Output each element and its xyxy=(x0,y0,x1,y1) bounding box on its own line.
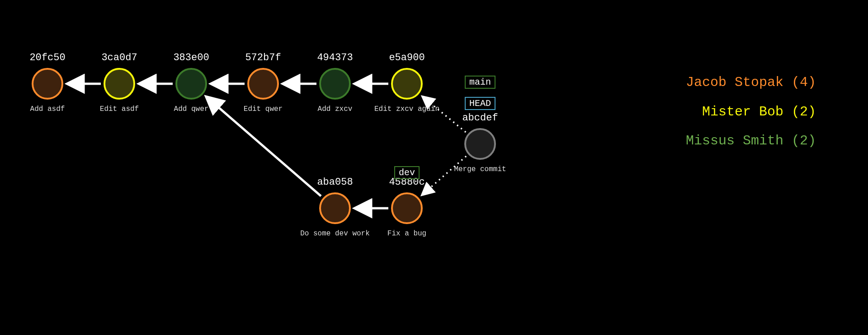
commit-message: Add qwer xyxy=(174,105,209,113)
edges-layer xyxy=(0,0,868,335)
commit-node-3ca0d7 xyxy=(104,68,135,100)
commit-message: Add zxcv xyxy=(318,105,353,113)
commit-node-e5a900 xyxy=(391,68,423,100)
commit-hash: 20fc50 xyxy=(29,52,65,63)
ref-head: HEAD xyxy=(465,97,495,110)
edge-dotted xyxy=(422,156,466,195)
commit-hash: 383e00 xyxy=(173,52,209,63)
commit-node-383e00 xyxy=(175,68,207,100)
commit-node-572b7f xyxy=(247,68,279,100)
legend-entry: Mister Bob (2) xyxy=(686,97,816,127)
commit-hash: e5a900 xyxy=(389,52,425,63)
ref-dev: dev xyxy=(394,166,420,179)
commit-message: Edit zxcv again xyxy=(374,105,439,113)
author-legend: Jacob Stopak (4)Mister Bob (2)Missus Smi… xyxy=(686,68,816,156)
commit-message: Edit qwer xyxy=(244,105,283,113)
commit-node-aba058 xyxy=(319,192,351,224)
commit-hash: 494373 xyxy=(317,52,353,63)
commit-node-abcdef xyxy=(464,128,496,160)
commit-hash: aba058 xyxy=(317,177,353,188)
commit-node-20fc50 xyxy=(32,68,63,100)
commit-node-494373 xyxy=(319,68,351,100)
ref-main: main xyxy=(465,76,495,89)
commit-hash: abcdef xyxy=(462,112,498,124)
commit-hash: 572b7f xyxy=(245,52,281,63)
commit-message: Edit asdf xyxy=(100,105,139,113)
git-graph: Jacob Stopak (4)Mister Bob (2)Missus Smi… xyxy=(0,0,868,335)
edge-dotted xyxy=(423,97,466,132)
commit-node-45880c xyxy=(391,192,423,224)
legend-entry: Missus Smith (2) xyxy=(686,126,816,156)
commit-message: Do some dev work xyxy=(300,230,370,238)
commit-message: Merge commit xyxy=(454,165,506,173)
commit-message: Fix a bug xyxy=(387,230,426,238)
legend-entry: Jacob Stopak (4) xyxy=(686,68,816,97)
commit-message: Add asdf xyxy=(30,105,65,113)
commit-hash: 3ca0d7 xyxy=(101,52,137,63)
